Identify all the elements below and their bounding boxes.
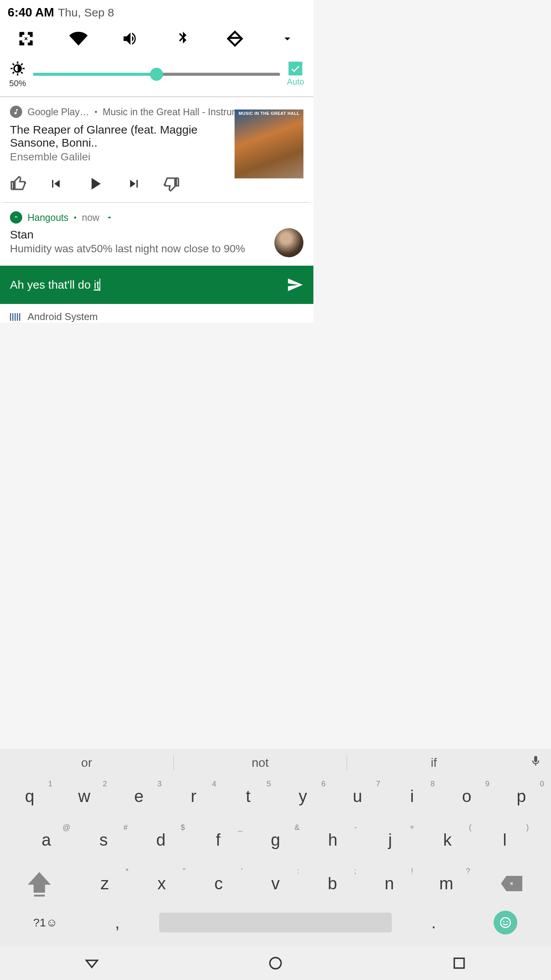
chevron-down-icon (280, 32, 294, 46)
brightness-percent: 50% (9, 78, 26, 88)
chevron-up-icon[interactable] (105, 213, 114, 222)
previous-icon[interactable] (48, 176, 64, 191)
volume-toggle[interactable] (120, 28, 141, 49)
brightness-slider[interactable] (33, 73, 280, 76)
track-artist: Ensemble Galilei (10, 151, 228, 163)
music-app-label: Google Play… (28, 106, 89, 118)
hangouts-notification[interactable]: Hangouts • now Stan Humidity was atv50% … (0, 203, 313, 266)
send-icon (287, 276, 303, 293)
brightness-row: 50% Auto (0, 56, 313, 97)
system-notification-peek[interactable]: Android System (0, 304, 313, 323)
album-art (235, 109, 303, 178)
bluetooth-icon (174, 30, 191, 47)
reply-bar[interactable]: Ah yes that'll do it (0, 266, 313, 304)
system-icon (10, 313, 21, 321)
thumbs-up-icon[interactable] (10, 175, 27, 192)
play-icon[interactable] (85, 174, 105, 194)
quick-settings-row (0, 22, 313, 56)
send-button[interactable] (287, 276, 303, 293)
status-bar: 6:40 AM Thu, Sep 8 (0, 0, 313, 22)
brightness-icon-col: 50% (9, 60, 26, 88)
rotation-icon (226, 29, 244, 48)
auto-label: Auto (287, 77, 304, 87)
rotation-toggle[interactable] (224, 28, 246, 49)
reply-text-word: it (94, 278, 99, 291)
hangouts-time: now (82, 212, 99, 223)
text-cursor (99, 279, 100, 291)
track-title: The Reaper of Glanree (feat. Maggie Sans… (10, 123, 228, 149)
hangouts-header: Hangouts • now (10, 211, 303, 224)
music-app-icon (10, 106, 22, 118)
slider-thumb[interactable] (150, 68, 163, 81)
bluetooth-toggle[interactable] (172, 28, 194, 49)
fullscreen-icon (18, 30, 34, 47)
volume-icon (121, 29, 140, 48)
next-icon[interactable] (126, 176, 142, 191)
checkbox-checked-icon (289, 62, 302, 75)
hangouts-app-icon (10, 211, 22, 224)
wifi-icon (69, 29, 88, 48)
avatar (274, 228, 303, 257)
thumbs-down-icon[interactable] (163, 175, 180, 192)
separator-dot: • (95, 108, 97, 116)
message-body: Humidity was atv50% last night now close… (10, 243, 267, 255)
reply-text-prefix: Ah yes that'll do (10, 278, 94, 291)
expand-toggle[interactable] (277, 28, 298, 49)
separator-dot: • (74, 213, 77, 222)
fullscreen-toggle[interactable] (15, 28, 37, 49)
wifi-toggle[interactable] (68, 28, 89, 49)
reply-input[interactable]: Ah yes that'll do it (10, 278, 279, 291)
message-sender: Stan (10, 228, 267, 241)
status-time: 6:40 AM (8, 5, 54, 20)
music-notification[interactable]: Google Play… • Music in the Great Hall -… (0, 97, 313, 202)
hangouts-app-label: Hangouts (28, 212, 68, 223)
brightness-icon (9, 60, 26, 77)
system-label: Android System (28, 311, 98, 323)
auto-brightness[interactable]: Auto (287, 62, 304, 87)
status-date: Thu, Sep 8 (58, 6, 114, 19)
